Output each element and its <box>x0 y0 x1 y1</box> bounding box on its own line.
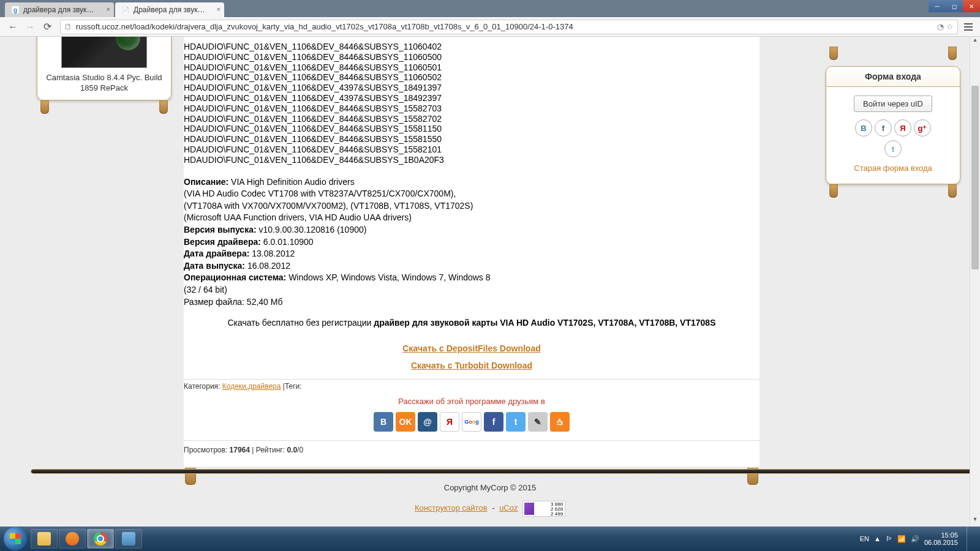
window-minimize-button[interactable]: ─ <box>929 0 946 12</box>
tab-title: Драйвера для звуковой к <box>134 6 207 14</box>
share-ok-icon[interactable]: OK <box>396 412 415 432</box>
show-desktop-button[interactable] <box>967 527 973 551</box>
tab-close-icon[interactable]: × <box>217 6 221 13</box>
page-icon: 🗋 <box>64 22 72 31</box>
browser-tab[interactable]: g драйвера для звуковой к × <box>5 2 114 17</box>
bookmark-star-icon[interactable]: ☆ <box>946 22 954 31</box>
login-sidebar: Форма входа Войти через uID B f Я g⁺ t С… <box>826 47 960 198</box>
download-link-depositfiles[interactable]: Скачать с DepositFiles Download <box>184 343 760 353</box>
login-vk-icon[interactable]: B <box>855 119 872 137</box>
share-google-icon[interactable]: Goog <box>462 412 481 432</box>
site-favicon-icon: 📄 <box>121 6 130 14</box>
scroll-up-arrow-icon[interactable]: ▲ <box>970 37 980 47</box>
tray-clock[interactable]: 15:05 06.08.2015 <box>924 531 958 546</box>
sidebar-product-link[interactable]: Camtasia Studio 8.4.4 Рус. Build 1859 Re… <box>37 37 172 100</box>
taskbar-photos-button[interactable] <box>115 529 142 549</box>
window-maximize-button[interactable]: ◻ <box>946 0 963 12</box>
category-row: Категория: Кодеки,драйвера |Теги: <box>184 379 760 391</box>
url-text: russoft.ucoz.net/load/kodeki/drajvera_dl… <box>76 22 937 31</box>
footer-divider <box>31 469 973 474</box>
share-mailru-icon[interactable]: @ <box>418 412 437 432</box>
download-link-turbobit[interactable]: Скачать с Turbobit Download <box>184 361 760 370</box>
decorative-leg <box>948 184 957 198</box>
share-twitter-icon[interactable]: t <box>506 412 526 432</box>
share-vk-icon[interactable]: B <box>374 412 393 432</box>
page-viewport: Camtasia Studio 8.4.4 Рус. Build 1859 Re… <box>0 37 980 527</box>
decorative-leg <box>829 184 838 198</box>
tab-title: драйвера для звуковой к <box>23 6 97 14</box>
nav-reload-button[interactable]: ⟳ <box>39 19 55 35</box>
tray-show-hidden-icon[interactable]: ▲ <box>874 535 881 542</box>
share-yandex-icon[interactable]: Я <box>440 412 459 432</box>
visitor-counter-widget[interactable]: 3 880 2 628 2 499 <box>522 501 565 517</box>
footer-links: Конструктор сайтов - uCoz 3 880 2 628 2 … <box>0 501 980 517</box>
login-form-title: Форма входа <box>831 72 955 81</box>
login-twitter-icon[interactable]: t <box>884 140 902 157</box>
windows-taskbar: EN ▲ 🏳 📶 🔊 15:05 06.08.2015 <box>0 527 980 551</box>
share-icons-row: B OK @ Я Goog f t ✎ 🖒 <box>184 412 760 432</box>
share-rss-icon[interactable]: 🖒 <box>550 412 570 432</box>
address-bar[interactable]: 🗋 russoft.ucoz.net/load/kodeki/drajvera_… <box>60 20 958 34</box>
main-content: HDAUDIO\FUNC_01&VEN_1106&DEV_8446&SUBSYS… <box>184 37 760 485</box>
sidebar-product-card: Camtasia Studio 8.4.4 Рус. Build 1859 Re… <box>37 37 172 114</box>
hardware-id-list: HDAUDIO\FUNC_01&VEN_1106&DEV_8446&SUBSYS… <box>184 42 760 165</box>
share-prompt: Расскажи об этой программе друзьям в <box>184 397 760 406</box>
decorative-leg <box>948 47 957 60</box>
browser-toolbar: ← → ⟳ 🗋 russoft.ucoz.net/load/kodeki/dra… <box>0 17 980 37</box>
decorative-leg <box>829 47 838 60</box>
product-title: Camtasia Studio 8.4.4 Рус. Build 1859 Re… <box>43 73 165 94</box>
footer-link-constructor[interactable]: Конструктор сайтов <box>415 503 488 512</box>
share-facebook-icon[interactable]: f <box>484 412 503 432</box>
taskbar-chrome-button[interactable] <box>87 529 114 549</box>
product-thumbnail <box>61 37 147 68</box>
download-cta: Скачать бесплатно без регистрации драйве… <box>184 318 760 328</box>
scroll-down-arrow-icon[interactable]: ▼ <box>970 516 980 527</box>
share-livejournal-icon[interactable]: ✎ <box>528 412 548 432</box>
tab-close-icon[interactable]: × <box>107 6 110 13</box>
vertical-scrollbar[interactable]: ▲ ▼ <box>970 37 980 527</box>
decorative-leg <box>159 100 168 114</box>
login-facebook-icon[interactable]: f <box>875 119 892 137</box>
stats-row: Просмотров: 17964 | Рейтинг: 0.0/0 <box>184 440 760 454</box>
login-uid-button[interactable]: Войти через uID <box>854 96 932 112</box>
login-yandex-icon[interactable]: Я <box>894 119 911 137</box>
tray-language-indicator[interactable]: EN <box>860 535 869 542</box>
window-close-button[interactable]: ✕ <box>963 0 980 12</box>
tray-flag-icon[interactable]: 🏳 <box>886 535 892 542</box>
taskbar-wmp-button[interactable] <box>59 529 86 549</box>
start-button[interactable] <box>4 527 27 550</box>
browser-tab-active[interactable]: 📄 Драйвера для звуковой к × <box>115 2 224 17</box>
taskbar-explorer-button[interactable] <box>31 529 58 549</box>
scrollbar-thumb[interactable] <box>971 86 979 269</box>
nav-back-button[interactable]: ← <box>5 19 21 35</box>
decorative-leg <box>40 100 49 114</box>
system-tray: EN ▲ 🏳 📶 🔊 15:05 06.08.2015 <box>860 527 976 551</box>
nav-forward-button[interactable]: → <box>22 19 38 35</box>
tray-network-icon[interactable]: 📶 <box>897 535 906 543</box>
description-block: Описание: VIA High Definition Audio driv… <box>184 176 760 309</box>
old-login-form-link[interactable]: Старая форма входа <box>832 163 954 173</box>
browser-tab-strip: g драйвера для звуковой к × 📄 Драйвера д… <box>0 0 980 17</box>
google-favicon-icon: g <box>11 6 20 14</box>
pocket-icon[interactable]: ◔ <box>937 22 944 31</box>
category-link[interactable]: Кодеки,драйвера <box>222 382 281 391</box>
footer-copyright: Copyright MyCorp © 2015 <box>0 483 980 492</box>
chrome-menu-button[interactable] <box>962 20 975 34</box>
login-googleplus-icon[interactable]: g⁺ <box>914 119 931 137</box>
tray-volume-icon[interactable]: 🔊 <box>911 535 919 543</box>
footer-link-ucoz[interactable]: uCoz <box>499 503 518 512</box>
